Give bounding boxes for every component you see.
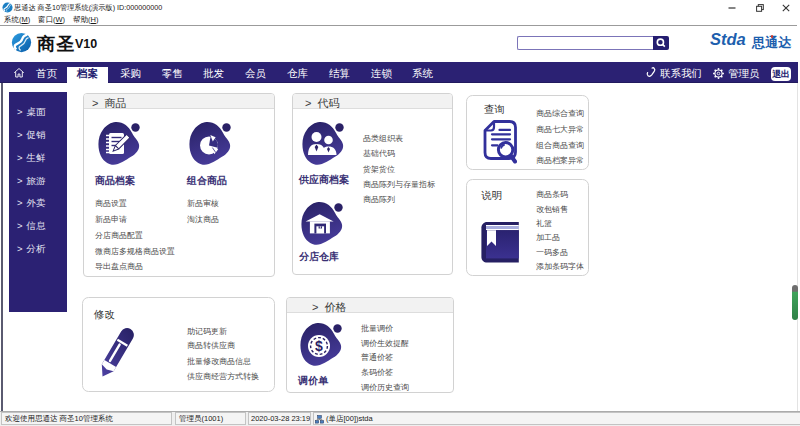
svg-text:$: $ xyxy=(315,338,323,354)
